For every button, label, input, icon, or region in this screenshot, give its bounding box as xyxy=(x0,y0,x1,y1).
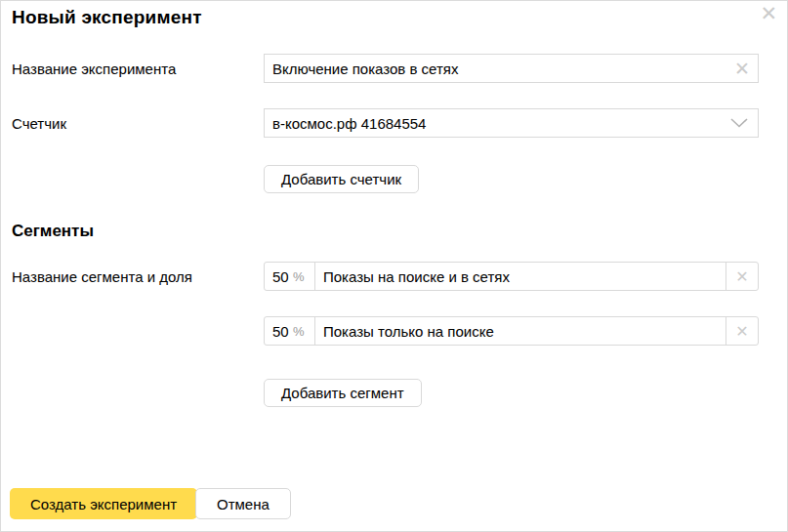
counter-selected-value: в-космос.рф 41684554 xyxy=(265,115,721,132)
segment-name-input[interactable] xyxy=(315,263,726,290)
experiment-name-label: Название эксперимента xyxy=(12,61,176,77)
counter-label: Счетчик xyxy=(12,115,66,132)
segment-name-input[interactable] xyxy=(315,317,726,345)
remove-segment-icon[interactable]: ✕ xyxy=(726,263,758,290)
segment-row: % ✕ xyxy=(264,316,759,346)
add-segment-button[interactable]: Добавить сегмент xyxy=(264,379,422,407)
segment-share-input[interactable] xyxy=(265,317,292,345)
close-icon[interactable]: ✕ xyxy=(760,3,777,23)
segment-share-cell: % xyxy=(265,317,315,345)
segment-name-cell xyxy=(315,317,726,345)
experiment-name-field: ✕ xyxy=(264,54,759,83)
create-experiment-button[interactable]: Создать эксперимент xyxy=(10,488,197,519)
segment-name-cell xyxy=(315,263,726,290)
segments-heading: Сегменты xyxy=(12,222,94,241)
segment-share-input[interactable] xyxy=(265,263,292,290)
clear-input-icon[interactable]: ✕ xyxy=(726,60,758,78)
new-experiment-dialog: Новый эксперимент ✕ Название эксперимент… xyxy=(0,0,788,532)
add-counter-button[interactable]: Добавить счетчик xyxy=(264,165,419,193)
segment-row: % ✕ xyxy=(264,262,759,291)
experiment-name-input[interactable] xyxy=(265,55,726,82)
counter-select[interactable]: в-космос.рф 41684554 xyxy=(264,108,759,138)
cancel-button[interactable]: Отмена xyxy=(195,488,291,519)
percent-sign: % xyxy=(292,324,305,339)
page-title: Новый эксперимент xyxy=(12,7,202,28)
segment-row-label: Название сегмента и доля xyxy=(12,268,192,285)
segment-share-cell: % xyxy=(265,263,315,290)
percent-sign: % xyxy=(292,269,305,284)
remove-segment-icon[interactable]: ✕ xyxy=(726,317,758,345)
chevron-down-icon xyxy=(721,118,758,128)
